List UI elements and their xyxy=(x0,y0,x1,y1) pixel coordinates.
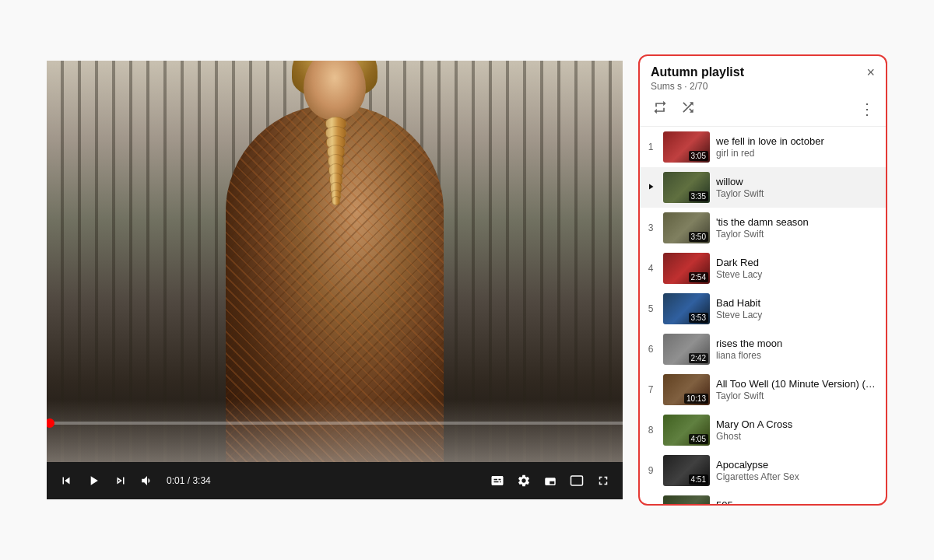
item-number: 5 xyxy=(644,303,657,314)
playlist-header: Autumn playlist × Sums s · 2/70 ⋮ xyxy=(640,56,886,127)
item-number: 6 xyxy=(644,344,657,355)
item-duration: 3:35 xyxy=(689,191,708,201)
item-info: we fell in love in octobergirl in red xyxy=(716,135,880,159)
item-artist: Taylor Swift xyxy=(716,188,880,199)
skip-forward-button[interactable] xyxy=(111,471,131,491)
item-duration: 3:50 xyxy=(689,232,708,242)
item-artist: liana flores xyxy=(716,350,880,361)
playlist-controls-row: ⋮ xyxy=(651,98,875,120)
item-artist: girl in red xyxy=(716,148,880,159)
loop-button[interactable] xyxy=(651,98,669,120)
item-info: Mary On A CrossGhost xyxy=(716,418,880,443)
item-thumbnail: 10:13 xyxy=(663,374,710,405)
item-duration: 10:13 xyxy=(684,394,708,404)
item-thumbnail: 3:50 xyxy=(663,212,710,243)
item-title: willow xyxy=(716,176,880,189)
item-duration: 2:54 xyxy=(689,272,708,282)
item-artist: Steve Lacy xyxy=(716,310,880,320)
playlist-item[interactable]: 13:05we fell in love in octobergirl in r… xyxy=(640,127,886,167)
playlist-title: Autumn playlist xyxy=(651,65,744,79)
now-playing-icon xyxy=(644,182,657,194)
playlist-item[interactable]: 42:54Dark RedSteve Lacy xyxy=(640,248,886,289)
item-title: Dark Red xyxy=(716,257,880,270)
playlist-items[interactable]: 13:05we fell in love in octobergirl in r… xyxy=(640,127,886,504)
item-title: 'tis the damn season xyxy=(716,216,880,229)
item-info: ApocalypseCigarettes After Sex xyxy=(716,459,880,483)
item-info: 505Official Arctic Monkeys xyxy=(716,499,880,504)
progress-bar[interactable] xyxy=(47,422,623,425)
playlist-item[interactable]: 53:53Bad HabitSteve Lacy xyxy=(640,289,886,329)
person-head xyxy=(300,61,370,120)
item-thumbnail: 2:54 xyxy=(663,253,710,284)
main-container: 0:01 / 3:34 Autumn playlist xyxy=(0,0,934,560)
item-number: 9 xyxy=(644,465,657,476)
item-info: willowTaylor Swift xyxy=(716,176,880,200)
item-title: rises the moon xyxy=(716,338,880,351)
item-artist: Ghost xyxy=(716,431,880,442)
playlist-panel: Autumn playlist × Sums s · 2/70 ⋮ xyxy=(638,54,887,506)
theater-button[interactable] xyxy=(567,471,587,491)
playlist-item[interactable]: 33:50'tis the damn seasonTaylor Swift xyxy=(640,208,886,248)
more-options-button[interactable]: ⋮ xyxy=(859,101,875,117)
video-controls-bar: 0:01 / 3:34 xyxy=(47,462,623,499)
playlist-item[interactable]: 3:35willowTaylor Swift xyxy=(640,167,886,208)
item-artist: Taylor Swift xyxy=(716,390,880,401)
item-thumbnail: 4:14 xyxy=(663,495,710,504)
svg-rect-0 xyxy=(571,476,583,485)
playlist-controls-left xyxy=(651,98,697,120)
skip-back-button[interactable] xyxy=(56,471,76,491)
playlist-item[interactable]: 62:42rises the moonliana flores xyxy=(640,329,886,369)
item-duration: 3:05 xyxy=(689,151,708,161)
item-thumbnail: 4:51 xyxy=(663,455,710,486)
shuffle-button[interactable] xyxy=(679,98,697,120)
item-artist: Taylor Swift xyxy=(716,229,880,240)
item-info: Dark RedSteve Lacy xyxy=(716,257,880,281)
item-thumbnail: 3:05 xyxy=(663,131,710,163)
item-thumbnail: 4:05 xyxy=(663,415,710,446)
item-title: Mary On A Cross xyxy=(716,418,880,432)
fullscreen-button[interactable] xyxy=(593,471,613,491)
playlist-item[interactable]: 710:13All Too Well (10 Minute Version) (… xyxy=(640,369,886,410)
item-thumbnail: 3:35 xyxy=(663,172,710,203)
play-button[interactable] xyxy=(83,470,104,492)
item-title: Bad Habit xyxy=(716,297,880,310)
item-artist: Steve Lacy xyxy=(716,269,880,280)
settings-button[interactable] xyxy=(514,471,534,491)
item-info: 'tis the damn seasonTaylor Swift xyxy=(716,216,880,240)
item-title: Apocalypse xyxy=(716,459,880,472)
braid xyxy=(324,120,349,202)
time-display: 0:01 / 3:34 xyxy=(167,475,211,486)
item-info: rises the moonliana flores xyxy=(716,338,880,362)
playlist-item[interactable]: 84:05Mary On A CrossGhost xyxy=(640,410,886,450)
item-number: 7 xyxy=(644,384,657,395)
item-number: 4 xyxy=(644,263,657,274)
video-section: 0:01 / 3:34 xyxy=(47,61,623,499)
playlist-item[interactable]: 104:14505Official Arctic Monkeys xyxy=(640,491,886,504)
item-thumbnail: 3:53 xyxy=(663,293,710,324)
playlist-item[interactable]: 94:51ApocalypseCigarettes After Sex xyxy=(640,450,886,491)
playlist-subtitle: Sums s · 2/70 xyxy=(651,81,875,92)
playlist-close-button[interactable]: × xyxy=(866,65,875,79)
item-number: 8 xyxy=(644,425,657,436)
item-artist: Cigarettes After Sex xyxy=(716,471,880,482)
volume-button[interactable] xyxy=(137,471,157,491)
item-number: 3 xyxy=(644,222,657,233)
playlist-title-row: Autumn playlist × xyxy=(651,65,875,79)
face xyxy=(304,61,366,120)
video-player[interactable] xyxy=(47,61,623,462)
item-duration: 4:05 xyxy=(689,434,708,444)
item-info: All Too Well (10 Minute Version) (Taylor… xyxy=(716,378,880,402)
item-title: 505 xyxy=(716,499,880,504)
item-info: Bad HabitSteve Lacy xyxy=(716,297,880,321)
item-number: 1 xyxy=(644,142,657,152)
item-duration: 3:53 xyxy=(689,313,708,323)
subtitles-button[interactable] xyxy=(487,471,507,491)
item-thumbnail: 2:42 xyxy=(663,334,710,365)
item-duration: 4:51 xyxy=(689,474,708,485)
ground-fade xyxy=(47,400,623,462)
miniplayer-button[interactable] xyxy=(540,471,560,491)
item-title: we fell in love in october xyxy=(716,135,880,149)
item-duration: 2:42 xyxy=(689,353,708,363)
item-title: All Too Well (10 Minute Version) (Taylor… xyxy=(716,378,880,391)
